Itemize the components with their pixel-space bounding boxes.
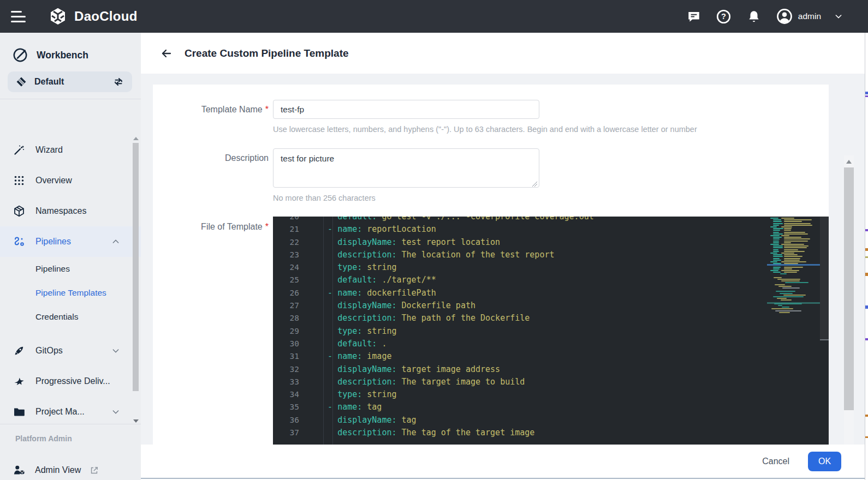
workspace-name: Default bbox=[34, 77, 64, 87]
bell-icon[interactable] bbox=[746, 9, 762, 24]
page-title: Create Custom Pipeline Template bbox=[185, 47, 349, 59]
template-name-helper: Use lowercase letters, numbers, and hyph… bbox=[273, 125, 697, 134]
sidebar-item-label: Pipeline Templates bbox=[35, 288, 106, 298]
sidebar-item-label: Overview bbox=[35, 176, 72, 185]
window-bottom-edge bbox=[141, 478, 868, 480]
sidebar-item-pipelines-list[interactable]: Pipelines bbox=[0, 257, 141, 281]
wand-icon bbox=[12, 143, 26, 157]
code-line: 37 description: The tag of the target im… bbox=[273, 427, 767, 439]
sidebar-item-overview[interactable]: Overview bbox=[0, 165, 141, 196]
minimap-highlight bbox=[767, 264, 820, 266]
code-line: 33 description: The target image to buil… bbox=[273, 376, 767, 388]
sidebar-item-label: GitOps bbox=[35, 346, 63, 356]
line-number: 37 bbox=[273, 427, 299, 439]
line-number: 20 bbox=[273, 217, 299, 223]
admin-view-label: Admin View bbox=[35, 465, 81, 475]
description-input[interactable]: test for picture bbox=[273, 148, 539, 188]
line-number: 29 bbox=[273, 325, 299, 338]
editor-minimap[interactable] bbox=[767, 217, 820, 445]
sidebar-item-label: Namespaces bbox=[35, 206, 86, 216]
sidebar-item-gitops[interactable]: GitOps bbox=[0, 335, 141, 366]
code-line: 20 default: go test -v ./... -coverprofi… bbox=[273, 217, 767, 223]
chat-icon[interactable] bbox=[686, 9, 701, 24]
sidebar-item-label: Credentials bbox=[35, 312, 78, 322]
form-card: Template Name* Use lowercase letters, nu… bbox=[153, 85, 829, 445]
sidebar-item-wizard[interactable]: Wizard bbox=[0, 135, 141, 165]
code-line: 35 - name: tag bbox=[273, 401, 767, 413]
page-scrollbar-thumb[interactable] bbox=[844, 167, 854, 410]
sidebar-item-progressive-delivery[interactable]: Progressive Deliv... bbox=[0, 366, 141, 397]
footer-actions: Cancel OK bbox=[141, 445, 868, 478]
folder-icon bbox=[12, 405, 26, 419]
chevron-down-icon bbox=[111, 407, 120, 416]
chevron-down-icon bbox=[111, 346, 120, 355]
scroll-down-icon[interactable] bbox=[133, 419, 139, 423]
svg-text:?: ? bbox=[721, 12, 726, 21]
scroll-up-icon[interactable] bbox=[133, 137, 139, 140]
back-button[interactable] bbox=[159, 46, 174, 61]
bird-icon bbox=[12, 374, 26, 388]
code-line: 25 default: ./target/** bbox=[273, 274, 767, 286]
sidebar-scrollbar[interactable] bbox=[132, 136, 139, 424]
line-number: 35 bbox=[273, 401, 299, 413]
code-line: 36 displayName: tag bbox=[273, 414, 767, 427]
file-of-template-label: File of Template* bbox=[153, 222, 269, 232]
line-number: 31 bbox=[273, 350, 299, 363]
external-link-icon bbox=[90, 466, 99, 475]
cancel-button[interactable]: Cancel bbox=[762, 457, 789, 466]
user-menu[interactable]: admin bbox=[776, 8, 843, 25]
sidebar-item-label: Pipelines bbox=[35, 237, 71, 247]
workbench-title: Workbench bbox=[37, 50, 88, 61]
grid-icon bbox=[12, 173, 26, 188]
editor-lines: 20 default: go test -v ./... -coverprofi… bbox=[273, 217, 767, 439]
line-number: 24 bbox=[273, 261, 299, 274]
hamburger-menu-icon[interactable] bbox=[11, 10, 27, 23]
code-line: 34 type: string bbox=[273, 388, 767, 401]
screen-edge-artifact bbox=[865, 33, 868, 480]
description-label: Description bbox=[153, 153, 269, 163]
admin-view-icon bbox=[12, 463, 26, 477]
help-icon[interactable]: ? bbox=[716, 9, 732, 24]
yaml-code-editor[interactable]: 20 default: go test -v ./... -coverprofi… bbox=[273, 217, 829, 445]
line-number: 33 bbox=[273, 376, 299, 388]
template-name-label: Template Name* bbox=[153, 105, 269, 115]
sidebar-item-pipeline-templates[interactable]: Pipeline Templates bbox=[0, 281, 141, 305]
sidebar-item-project-management[interactable]: Project Ma... bbox=[0, 397, 141, 424]
ok-button[interactable]: OK bbox=[808, 452, 841, 471]
workspace-icon bbox=[15, 76, 27, 88]
code-line: 21 - name: reportLocation bbox=[273, 223, 767, 236]
template-name-input[interactable] bbox=[273, 100, 539, 119]
code-line: 27 displayName: Dockerfile path bbox=[273, 299, 767, 312]
brand-name: DaoCloud bbox=[74, 9, 138, 24]
rocket-icon bbox=[12, 344, 26, 358]
scroll-up-icon[interactable] bbox=[846, 160, 852, 164]
sidebar-item-namespaces[interactable]: Namespaces bbox=[0, 196, 141, 226]
workbench-header: Workbench bbox=[0, 33, 141, 63]
cube-icon bbox=[12, 204, 26, 218]
user-name: admin bbox=[798, 11, 821, 21]
code-line: 30 default: . bbox=[273, 338, 767, 350]
sidebar: Workbench Default WizardOverviewNamespac… bbox=[0, 33, 141, 480]
workbench-icon bbox=[12, 47, 28, 63]
line-number: 32 bbox=[273, 363, 299, 376]
sidebar-item-label: Pipelines bbox=[35, 264, 70, 274]
line-number: 21 bbox=[273, 223, 299, 236]
sidebar-item-label: Project Ma... bbox=[35, 407, 85, 417]
sidebar-item-admin-view[interactable]: Admin View bbox=[12, 463, 99, 477]
sidebar-item-credentials[interactable]: Credentials bbox=[0, 305, 141, 329]
sidebar-item-pipelines[interactable]: Pipelines bbox=[0, 226, 141, 257]
line-number: 34 bbox=[273, 388, 299, 401]
page-scrollbar[interactable] bbox=[844, 155, 854, 480]
editor-scrollbar-thumb[interactable] bbox=[820, 217, 829, 340]
code-line: 26 - name: dockerfilePath bbox=[273, 287, 767, 299]
sidebar-divider bbox=[0, 99, 141, 99]
minimap-highlight bbox=[767, 302, 820, 304]
sidebar-item-label: Progressive Deliv... bbox=[35, 376, 110, 386]
switch-workspace-icon[interactable] bbox=[112, 76, 124, 88]
workspace-selector[interactable]: Default bbox=[8, 71, 132, 92]
sidebar-item-label: Wizard bbox=[35, 145, 63, 155]
editor-scrollbar[interactable] bbox=[820, 217, 829, 445]
code-line: 23 description: The location of the test… bbox=[273, 249, 767, 261]
required-marker: * bbox=[265, 222, 269, 231]
sidebar-scrollbar-thumb[interactable] bbox=[133, 143, 139, 391]
